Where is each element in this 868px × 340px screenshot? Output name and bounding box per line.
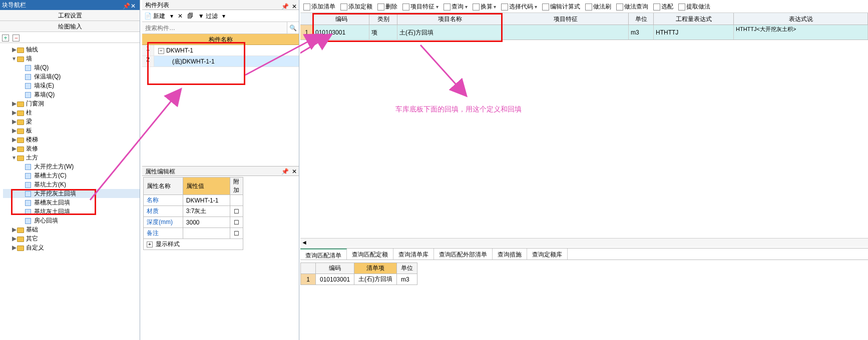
col-attr[interactable]: 项目特征 — [503, 13, 629, 24]
bottom-tab[interactable]: 查询匹配清单 — [300, 248, 347, 260]
toolbar-提取做法[interactable]: 提取做法 — [678, 0, 710, 13]
toolbar-做法刷[interactable]: 做法刷 — [585, 0, 611, 13]
tree-item[interactable]: ▶轴线 — [3, 45, 140, 54]
pin-icon[interactable]: 📌 — [281, 166, 289, 176]
tree-item[interactable]: 大开挖土方(W) — [3, 162, 140, 171]
property-row[interactable]: 备注☐ — [144, 228, 243, 239]
cell-desc[interactable]: HTHTTJ<大开挖灰土积> — [734, 25, 868, 40]
tree-item[interactable]: ▶梁 — [3, 117, 140, 126]
h-scrollbar[interactable]: ◄ — [300, 238, 868, 247]
col-expr[interactable]: 工程量表达式 — [654, 13, 734, 24]
tree-item[interactable]: 墙垛(E) — [3, 81, 140, 90]
tree-item[interactable]: ▶门窗洞 — [3, 99, 140, 108]
pin-icon[interactable]: 📌 — [123, 1, 130, 8]
col-cat[interactable]: 类别 — [369, 13, 397, 24]
bottom-grid-header: 编码 清单项 单位 — [301, 263, 417, 274]
tree-item[interactable]: ▶其它 — [3, 234, 140, 243]
property-row[interactable]: 名称DKWHT-1-1 — [144, 195, 243, 206]
tree-item[interactable]: 基槽土方(C) — [3, 171, 140, 180]
nav-subheader-2[interactable]: 绘图输入 — [0, 21, 140, 32]
filter-button[interactable]: ▼ 过滤 ▾ — [198, 12, 226, 20]
toolbar-换算[interactable]: 换算 — [473, 0, 497, 14]
tree-item[interactable]: ▾墙 — [3, 54, 140, 63]
component-rows: 1−DKWHT-12(底)DKWHT-1-1 — [142, 45, 299, 67]
right-grid-row[interactable]: 1 010103001 项 土(石)方回填 m3 HTHTTJ HTHTTJ<大… — [300, 25, 868, 40]
tree-item[interactable]: 大开挖灰土回填 — [3, 189, 140, 198]
bottom-tab[interactable]: 查询匹配外部清单 — [434, 248, 493, 260]
copy-icon[interactable]: 🗐 — [187, 12, 193, 20]
tree-item[interactable]: ▾土方 — [3, 153, 140, 162]
bottom-tabs: 查询匹配清单查询匹配定额查询清单库查询匹配外部清单查询措施查询定额库 — [300, 248, 868, 260]
toolbar-选择代码[interactable]: 选择代码 — [501, 0, 537, 14]
cell-cat[interactable]: 项 — [369, 25, 397, 40]
component-row[interactable]: 2(底)DKWHT-1-1 — [142, 56, 299, 67]
tree-item[interactable]: 墙(Q) — [3, 63, 140, 72]
pin-icon[interactable]: 📌 — [281, 2, 289, 12]
bottom-grid-row[interactable]: 1 010103001 土(石)方回填 m3 — [301, 274, 417, 285]
tree-item[interactable]: ▶装修 — [3, 144, 140, 153]
property-h2: 属性值 — [183, 178, 230, 195]
toolbar-选配[interactable]: 选配 — [653, 0, 673, 13]
cell-name[interactable]: 土(石)方回填 — [397, 25, 503, 40]
tree-item[interactable]: 保温墙(Q) — [3, 72, 140, 81]
property-header-row: 属性名称 属性值 附加 — [144, 178, 243, 195]
bcol-item[interactable]: 清单项 — [354, 263, 397, 274]
bottom-tab[interactable]: 查询措施 — [493, 248, 527, 260]
nav-subheader-1[interactable]: 工程设置 — [0, 10, 140, 21]
expand-all-button[interactable]: + — [2, 34, 9, 42]
col-unit[interactable]: 单位 — [629, 13, 654, 24]
cell-expr[interactable]: HTHTTJ — [654, 25, 734, 40]
right-toolbar: 添加清单添加定额删除项目特征查询换算选择代码编辑计算式做法刷做法查询选配提取做法 — [300, 0, 868, 13]
tree-item[interactable]: 基坑灰土回填 — [3, 207, 140, 216]
property-row[interactable]: 材质3:7灰土☐ — [144, 206, 243, 217]
tree-item[interactable]: 基槽灰土回填 — [3, 198, 140, 207]
tree-item[interactable]: ▶柱 — [3, 108, 140, 117]
tree-item[interactable]: ▶自定义 — [3, 243, 140, 252]
search-icon[interactable]: 🔍 — [287, 22, 299, 34]
bcell-item[interactable]: 土(石)方回填 — [354, 274, 397, 285]
toolbar-删除[interactable]: 删除 — [377, 0, 397, 13]
new-button[interactable]: 📄 新建 ▾ — [144, 12, 173, 20]
bcol-code[interactable]: 编码 — [316, 263, 354, 274]
property-row[interactable]: 深度(mm)3000☐ — [144, 217, 243, 228]
col-name[interactable]: 项目名称 — [397, 13, 503, 24]
property-h1: 属性名称 — [144, 178, 183, 195]
toolbar-做法查询[interactable]: 做法查询 — [616, 0, 648, 13]
search-input[interactable] — [142, 22, 287, 34]
toolbar-查询[interactable]: 查询 — [444, 0, 468, 14]
bottom-grid: 编码 清单项 单位 1 010103001 土(石)方回填 m3 — [300, 262, 868, 285]
toolbar-编辑计算式[interactable]: 编辑计算式 — [542, 0, 580, 13]
bottom-tab[interactable]: 查询清单库 — [393, 248, 434, 260]
cell-unit[interactable]: m3 — [629, 25, 654, 40]
tree-item[interactable]: ▶楼梯 — [3, 135, 140, 144]
component-title: 构件列表 — [145, 2, 169, 8]
nav-panel: 块导航栏 📌 ✕ 工程设置 绘图输入 + − ▶轴线▾墙墙(Q)保温墙(Q)墙垛… — [0, 0, 140, 340]
toolbar-添加定额[interactable]: 添加定额 — [340, 0, 372, 13]
close-icon[interactable]: ✕ — [292, 2, 297, 12]
component-row[interactable]: 1−DKWHT-1 — [142, 45, 299, 56]
col-desc[interactable]: 表达式说 — [734, 13, 868, 24]
property-last-row[interactable]: +显示样式 — [144, 239, 243, 250]
toolbar-项目特征[interactable]: 项目特征 — [402, 0, 439, 14]
bottom-tab[interactable]: 查询定额库 — [527, 248, 568, 260]
toolbar-添加清单[interactable]: 添加清单 — [303, 0, 335, 13]
close-icon[interactable]: ✕ — [292, 166, 297, 176]
tree-item[interactable]: 房心回填 — [3, 216, 140, 225]
cell-code[interactable]: 010103001 — [313, 25, 369, 40]
nav-tree[interactable]: ▶轴线▾墙墙(Q)保温墙(Q)墙垛(E)幕墙(Q)▶门窗洞▶柱▶梁▶板▶楼梯▶装… — [0, 43, 140, 340]
close-icon[interactable]: ✕ — [131, 1, 138, 8]
bcell-code[interactable]: 010103001 — [316, 274, 354, 285]
bcell-unit[interactable]: m3 — [397, 274, 417, 285]
delete-icon[interactable]: ✕ — [178, 12, 183, 20]
tree-item[interactable]: 幕墙(Q) — [3, 90, 140, 99]
bcol-unit[interactable]: 单位 — [397, 263, 417, 274]
cell-attr[interactable] — [503, 25, 629, 40]
collapse-all-button[interactable]: − — [13, 34, 20, 42]
right-grid-header: 编码 类别 项目名称 项目特征 单位 工程量表达式 表达式说 — [300, 13, 868, 25]
property-h3: 附加 — [230, 178, 243, 195]
bottom-tab[interactable]: 查询匹配定额 — [347, 248, 393, 260]
col-code[interactable]: 编码 — [313, 13, 369, 24]
tree-item[interactable]: ▶基础 — [3, 225, 140, 234]
tree-item[interactable]: 基坑土方(K) — [3, 180, 140, 189]
tree-item[interactable]: ▶板 — [3, 126, 140, 135]
